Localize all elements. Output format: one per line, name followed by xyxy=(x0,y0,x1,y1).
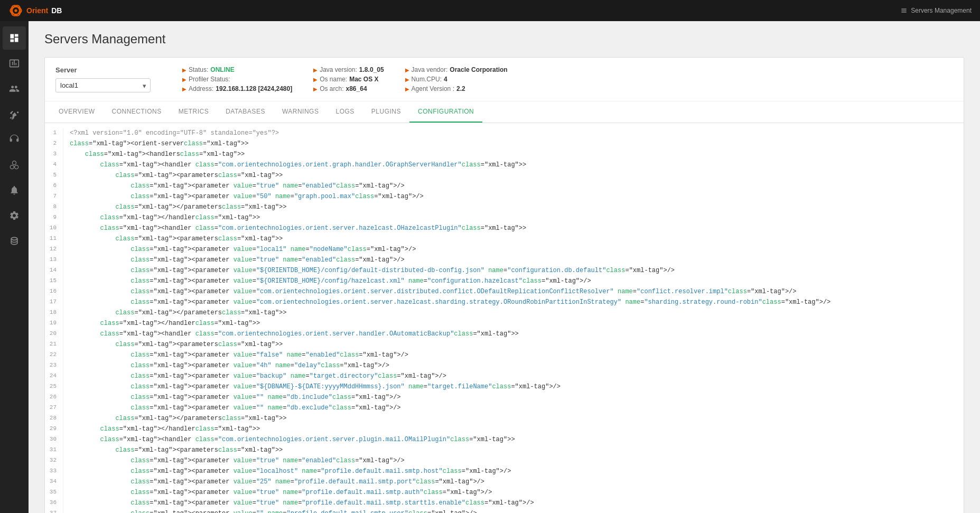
sidebar-item-settings[interactable] xyxy=(3,204,26,227)
brand-db: DB xyxy=(51,6,62,15)
line-content: class="xml-tag"><handler class="com.orie… xyxy=(70,435,515,445)
main-content: Servers Management Server local1 xyxy=(29,21,980,513)
line-content: class="xml-tag"><handler class="com.orie… xyxy=(70,223,526,234)
line-number: 14 xyxy=(45,266,63,276)
line-content: class="xml-tag"><parameter value="${DBNA… xyxy=(70,382,561,393)
gear-icon xyxy=(9,210,20,221)
code-line: 19 class="xml-tag"></handlerclass="xml-t… xyxy=(45,319,964,329)
sidebar-item-monitor[interactable] xyxy=(3,52,26,75)
code-line: 5 class="xml-tag"><parametersclass="xml-… xyxy=(45,171,964,181)
line-content: class="xml-tag"><parametersclass="xml-ta… xyxy=(70,340,283,350)
tab-configuration[interactable]: CONFIGURATION xyxy=(409,101,482,123)
line-content: class="xml-tag"><parameter value="50" na… xyxy=(70,192,424,202)
tab-plugins[interactable]: PLUGINS xyxy=(363,101,409,123)
sidebar-item-notifications[interactable] xyxy=(3,179,26,202)
code-line: 30 class="xml-tag"><handler class="com.o… xyxy=(45,435,964,445)
sidebar-item-network[interactable] xyxy=(3,153,26,176)
tab-metrics[interactable]: METRICS xyxy=(170,101,218,123)
line-content: class="xml-tag"><parameter value="localh… xyxy=(70,467,511,477)
line-number: 34 xyxy=(45,477,63,488)
code-line: 36 class="xml-tag"><parameter value="tru… xyxy=(45,498,964,509)
svg-point-3 xyxy=(14,9,17,12)
line-number: 25 xyxy=(45,382,63,393)
code-line: 11 class="xml-tag"><parametersclass="xml… xyxy=(45,234,964,245)
tab-connections[interactable]: CONNECTIONS xyxy=(103,101,170,123)
java-vendor-arrow: ▶ xyxy=(405,67,409,73)
line-content: class="xml-tag"><parameter value="com.or… xyxy=(70,287,797,297)
code-line: 12 class="xml-tag"><parameter value="loc… xyxy=(45,245,964,255)
code-line: 10 class="xml-tag"><handler class="com.o… xyxy=(45,223,964,234)
line-content: class="xml-tag"><parameter value="true" … xyxy=(70,488,492,498)
num-cpu-row: ▶ Num.CPU: 4 xyxy=(405,76,508,83)
line-number: 5 xyxy=(45,171,63,181)
line-content: class="xml-tag"><parameter value="25" na… xyxy=(70,477,484,488)
address-arrow: ▶ xyxy=(182,86,186,92)
sidebar-item-database[interactable] xyxy=(3,229,26,253)
line-number: 20 xyxy=(45,329,63,340)
navbar: OrientDB Servers Management xyxy=(0,0,980,21)
code-line: 31 class="xml-tag"><parametersclass="xml… xyxy=(45,445,964,456)
users-icon xyxy=(9,83,20,94)
tab-logs[interactable]: LOGS xyxy=(327,101,362,123)
tab-warnings[interactable]: WARNINGS xyxy=(274,101,328,123)
sidebar-item-users[interactable] xyxy=(3,77,26,100)
code-line: 23 class="xml-tag"><parameter value="4h"… xyxy=(45,361,964,371)
server-select[interactable]: local1 xyxy=(55,78,151,92)
code-line: 34 class="xml-tag"><parameter value="25"… xyxy=(45,477,964,488)
status-value: ONLINE xyxy=(210,66,234,73)
page-title: Servers Management xyxy=(44,32,964,46)
tab-databases[interactable]: DATABASES xyxy=(217,101,274,123)
line-content: class="xml-tag"><parameter value="backup… xyxy=(70,371,446,382)
num-cpu-arrow: ▶ xyxy=(405,77,409,82)
line-number: 17 xyxy=(45,297,63,308)
agent-version-value: 2.2 xyxy=(456,85,465,92)
code-line: 32 class="xml-tag"><parameter value="tru… xyxy=(45,456,964,467)
sidebar-item-support[interactable] xyxy=(3,128,26,151)
code-line: 15 class="xml-tag"><parameter value="${O… xyxy=(45,276,964,287)
server-panel: Server local1 ▶ Status: ONLINE xyxy=(44,57,964,513)
line-content: class="xml-tag"><parameter value="true" … xyxy=(70,456,405,467)
java-os-col: ▶ Java version: 1.8.0_05 ▶ Os name: Mac … xyxy=(313,66,384,92)
address-value: 192.168.1.128 [2424,2480] xyxy=(216,85,292,92)
line-content: <?xml version="1.0" encoding="UTF-8" sta… xyxy=(70,128,279,139)
database-sidebar-icon xyxy=(9,236,20,246)
line-number: 15 xyxy=(45,276,63,287)
code-line: 16 class="xml-tag"><parameter value="com… xyxy=(45,287,964,297)
code-line: 37 class="xml-tag"><parameter value="" n… xyxy=(45,509,964,513)
line-number: 29 xyxy=(45,424,63,435)
code-line: 17 class="xml-tag"><parameter value="com… xyxy=(45,297,964,308)
line-number: 3 xyxy=(45,150,63,160)
monitor-icon xyxy=(9,58,20,69)
line-number: 8 xyxy=(45,202,63,213)
line-number: 9 xyxy=(45,213,63,223)
line-number: 1 xyxy=(45,128,63,139)
line-content: class="xml-tag"><parameter value="true" … xyxy=(70,255,405,266)
code-line: 27 class="xml-tag"><parameter value="" n… xyxy=(45,403,964,414)
line-content: class="xml-tag"><parameter value="local1… xyxy=(70,245,416,255)
os-arch-label: Os arch: xyxy=(320,85,343,92)
line-number: 18 xyxy=(45,308,63,319)
sidebar-item-deploy[interactable] xyxy=(3,102,26,126)
brand: OrientDB xyxy=(8,3,62,18)
line-content: class="xml-tag"></handlerclass="xml-tag"… xyxy=(70,424,260,435)
line-content: class="xml-tag"><handlersclass="xml-tag"… xyxy=(70,150,245,160)
java-version-arrow: ▶ xyxy=(313,67,318,73)
os-name-value: Mac OS X xyxy=(349,76,378,83)
server-select-wrapper[interactable]: local1 xyxy=(55,78,151,92)
status-label: Status: xyxy=(189,66,208,73)
tab-overview[interactable]: OVERVIEW xyxy=(50,101,103,123)
line-content: class="xml-tag"><parameter value="" name… xyxy=(70,393,401,403)
code-line: 22 class="xml-tag"><parameter value="fal… xyxy=(45,350,964,361)
orientdb-logo-icon xyxy=(8,3,23,18)
sidebar-item-dashboard[interactable] xyxy=(3,26,26,50)
java-version-label: Java version: xyxy=(320,66,357,73)
code-line: 1<?xml version="1.0" encoding="UTF-8" st… xyxy=(45,128,964,139)
os-arch-arrow: ▶ xyxy=(313,86,318,92)
app-layout: Servers Management Server local1 xyxy=(0,21,980,513)
code-area: 1<?xml version="1.0" encoding="UTF-8" st… xyxy=(45,123,964,513)
line-number: 33 xyxy=(45,467,63,477)
address-row: ▶ Address: 192.168.1.128 [2424,2480] xyxy=(182,85,292,92)
line-content: class="xml-tag"><handler class="com.orie… xyxy=(70,329,519,340)
line-content: class="xml-tag"><parameter value="${ORIE… xyxy=(70,276,591,287)
vendor-cpu-col: ▶ Java vendor: Oracle Corporation ▶ Num.… xyxy=(405,66,508,92)
